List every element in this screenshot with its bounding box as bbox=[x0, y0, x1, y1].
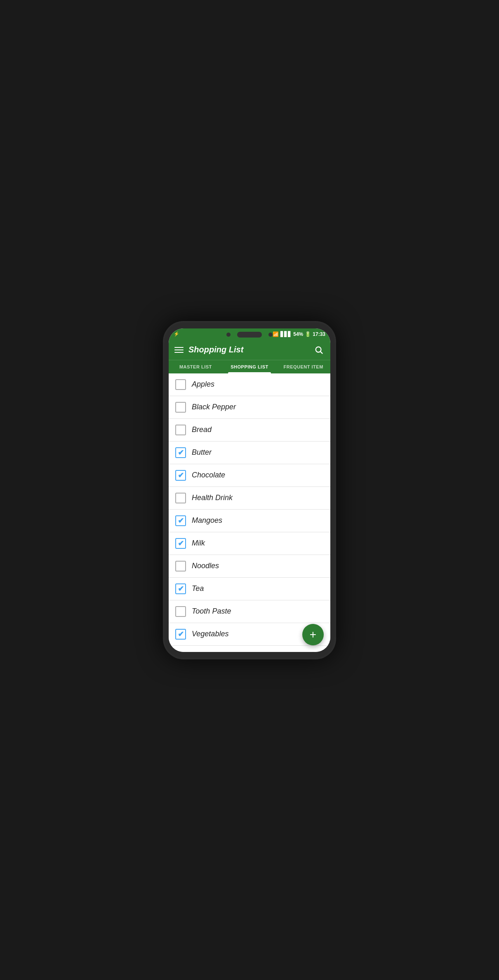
checkbox-item-9[interactable] bbox=[175, 561, 186, 571]
phone-device: ⚡ 📶 ▋▋▋ 54% 🔋 17:33 Shopping List bbox=[163, 321, 336, 659]
menu-line-2 bbox=[174, 349, 184, 350]
item-label: Tooth Paste bbox=[192, 607, 231, 616]
item-label: Mangoes bbox=[192, 516, 222, 525]
usb-icon: ⚡ bbox=[174, 331, 179, 337]
items-list: ApplesBlack PepperBread✔Butter✔Chocolate… bbox=[169, 373, 330, 646]
list-item: Tooth Paste bbox=[169, 600, 330, 623]
list-item: Black Pepper bbox=[169, 396, 330, 419]
sensor-dot bbox=[268, 333, 273, 337]
speaker-grill bbox=[237, 332, 262, 338]
battery-icon: 🔋 bbox=[305, 331, 311, 337]
shopping-list-container: ApplesBlack PepperBread✔Butter✔Chocolate… bbox=[169, 373, 330, 652]
checkmark-icon: ✔ bbox=[178, 630, 184, 639]
wifi-icon: 📶 bbox=[273, 331, 279, 337]
list-item: Apples bbox=[169, 373, 330, 396]
search-icon bbox=[314, 345, 323, 354]
svg-point-0 bbox=[316, 347, 321, 352]
checkbox-item-2[interactable] bbox=[175, 402, 186, 413]
add-item-button[interactable]: + bbox=[302, 624, 324, 645]
item-label: Apples bbox=[192, 380, 214, 389]
camera-dot bbox=[226, 333, 231, 337]
checkbox-item-7[interactable]: ✔ bbox=[175, 515, 186, 526]
menu-button[interactable] bbox=[174, 347, 184, 353]
tab-frequent-item[interactable]: FREQUENT ITEM bbox=[276, 360, 330, 373]
tab-bar: MASTER LIST SHOPPING LIST FREQUENT ITEM bbox=[169, 360, 330, 373]
checkbox-item-5[interactable]: ✔ bbox=[175, 470, 186, 481]
checkmark-icon: ✔ bbox=[178, 584, 184, 593]
checkbox-item-10[interactable]: ✔ bbox=[175, 583, 186, 594]
list-item: Bread bbox=[169, 419, 330, 442]
item-label: Health Drink bbox=[192, 494, 233, 502]
phone-screen: ⚡ 📶 ▋▋▋ 54% 🔋 17:33 Shopping List bbox=[169, 328, 330, 652]
status-left: ⚡ bbox=[174, 331, 179, 337]
item-label: Black Pepper bbox=[192, 403, 236, 411]
checkmark-icon: ✔ bbox=[178, 448, 184, 457]
checkbox-item-11[interactable] bbox=[175, 606, 186, 617]
item-label: Milk bbox=[192, 539, 205, 548]
app-header: Shopping List bbox=[169, 340, 330, 360]
list-item: ✔Mangoes bbox=[169, 510, 330, 532]
list-item: ✔Milk bbox=[169, 532, 330, 555]
checkbox-item-1[interactable] bbox=[175, 379, 186, 390]
item-label: Tea bbox=[192, 584, 204, 593]
app-title: Shopping List bbox=[188, 345, 308, 354]
menu-line-3 bbox=[174, 352, 184, 353]
item-label: Vegetables bbox=[192, 630, 228, 638]
checkbox-item-12[interactable]: ✔ bbox=[175, 629, 186, 640]
item-label: Chocolate bbox=[192, 471, 225, 479]
svg-line-1 bbox=[320, 352, 322, 354]
tab-shopping-list[interactable]: SHOPPING LIST bbox=[223, 360, 277, 373]
checkmark-icon: ✔ bbox=[178, 539, 184, 548]
checkbox-item-4[interactable]: ✔ bbox=[175, 447, 186, 458]
list-item: Noodles bbox=[169, 555, 330, 578]
list-item: ✔Tea bbox=[169, 578, 330, 600]
checkmark-icon: ✔ bbox=[178, 471, 184, 480]
list-item: ✔Chocolate bbox=[169, 464, 330, 487]
list-item: ✔Butter bbox=[169, 442, 330, 464]
checkbox-item-8[interactable]: ✔ bbox=[175, 538, 186, 549]
signal-bars: ▋▋▋ bbox=[280, 331, 292, 337]
clock: 17:33 bbox=[313, 331, 325, 337]
tab-master-list[interactable]: MASTER LIST bbox=[169, 360, 223, 373]
phone-top-hardware bbox=[226, 332, 273, 338]
search-button[interactable] bbox=[313, 344, 325, 356]
status-right: 📶 ▋▋▋ 54% 🔋 17:33 bbox=[273, 331, 325, 337]
item-label: Noodles bbox=[192, 562, 219, 570]
battery-percent: 54% bbox=[293, 331, 303, 337]
item-label: Butter bbox=[192, 448, 212, 457]
checkbox-item-3[interactable] bbox=[175, 425, 186, 435]
item-label: Bread bbox=[192, 425, 212, 434]
checkbox-item-6[interactable] bbox=[175, 493, 186, 503]
menu-line-1 bbox=[174, 347, 184, 348]
checkmark-icon: ✔ bbox=[178, 516, 184, 525]
list-item: Health Drink bbox=[169, 487, 330, 510]
